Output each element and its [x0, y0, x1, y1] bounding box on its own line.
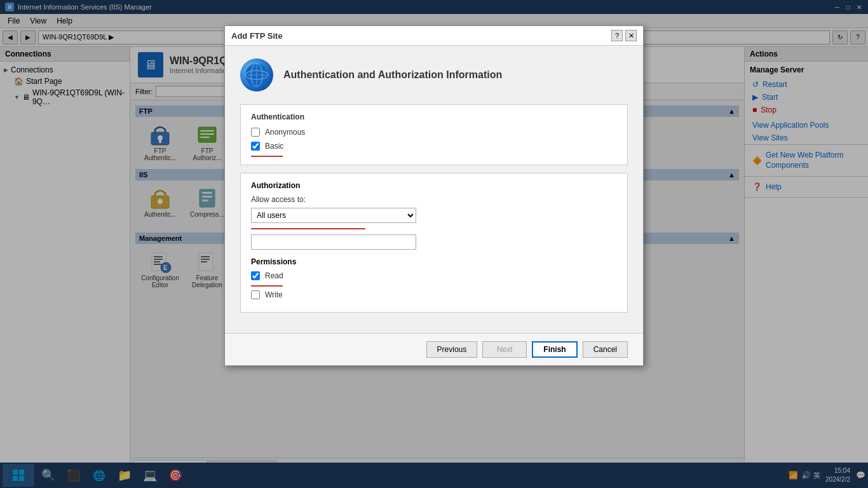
authz-red-line [251, 228, 365, 229]
auth-red-line [251, 156, 283, 157]
modal-body: Authentication and Authorization Informa… [225, 46, 643, 333]
modal-title: Add FTP Site [231, 31, 283, 41]
authz-text-input[interactable] [251, 234, 416, 250]
modal-main-title: Authentication and Authorization Informa… [283, 69, 502, 81]
write-row: Write [251, 290, 617, 299]
authorization-title: Authorization [251, 181, 617, 190]
anonymous-checkbox[interactable] [251, 128, 260, 137]
write-checkbox[interactable] [251, 290, 260, 299]
basic-checkbox[interactable] [251, 142, 260, 151]
read-label: Read [265, 271, 283, 280]
modal-globe-icon [240, 58, 273, 92]
cancel-button[interactable]: Cancel [583, 341, 628, 358]
add-ftp-site-modal: Add FTP Site ? ✕ Authentica [224, 25, 644, 366]
permissions-title: Permissions [251, 257, 617, 266]
finish-button[interactable]: Finish [532, 341, 577, 358]
read-red-line [251, 285, 283, 287]
authorization-section: Authorization Allow access to: All users… [240, 173, 628, 313]
modal-close-button[interactable]: ✕ [625, 30, 637, 41]
modal-help-button[interactable]: ? [611, 30, 623, 41]
modal-title-bar: Add FTP Site ? ✕ [225, 26, 643, 46]
authentication-title: Authentication [251, 112, 617, 121]
basic-label: Basic [265, 142, 283, 151]
modal-footer: Previous Next Finish Cancel [225, 333, 643, 365]
next-button[interactable]: Next [482, 341, 527, 358]
modal-heading-row: Authentication and Authorization Informa… [240, 58, 628, 92]
dropdown-row: All users Anonymous users Specified role… [251, 208, 617, 223]
read-row: Read [251, 271, 617, 280]
modal-controls: ? ✕ [611, 30, 637, 41]
allow-access-dropdown[interactable]: All users Anonymous users Specified role… [251, 208, 416, 223]
anonymous-label: Anonymous [265, 128, 305, 137]
write-label: Write [265, 290, 283, 299]
allow-access-label: Allow access to: [251, 195, 617, 204]
anonymous-row: Anonymous [251, 128, 617, 137]
modal-overlay: Add FTP Site ? ✕ Authentica [0, 0, 868, 488]
basic-row: Basic [251, 142, 617, 151]
read-checkbox[interactable] [251, 271, 260, 280]
authentication-section: Authentication Anonymous Basic [240, 104, 628, 165]
previous-button[interactable]: Previous [426, 341, 478, 358]
